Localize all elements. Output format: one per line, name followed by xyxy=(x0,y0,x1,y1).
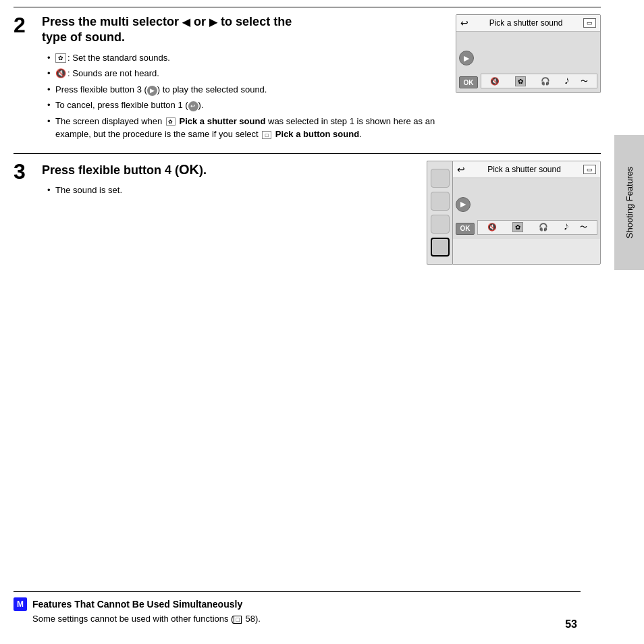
step2-camera-area: ↩ Pick a shutter sound ▭ ▶ OK 🔇 ✿ 🎧 𝅘𝅥𝅮 xyxy=(456,14,601,146)
camera-title-bar-2: ↩ Pick a shutter sound ▭ xyxy=(456,15,600,32)
play-button-3: ▶ xyxy=(456,197,471,212)
step3-title: Press flexible button 4 (OK). xyxy=(42,161,413,178)
bullet-2: 🔇: Sounds are not heard. xyxy=(47,67,456,80)
icon-mute-3: 🔇 xyxy=(487,223,497,232)
bottom-note: M Features That Cannot Be Used Simultane… xyxy=(14,591,581,624)
ok-button-3: OK xyxy=(456,223,475,235)
camera-screen-2: ↩ Pick a shutter sound ▭ ▶ OK 🔇 ✿ 🎧 𝅘𝅥𝅮 xyxy=(456,14,601,93)
main-content: 2 Press the multi selector ◀ or ▶ to sel… xyxy=(0,0,614,644)
icon-mute: 🔇 xyxy=(490,77,500,86)
note-header: M Features That Cannot Be Used Simultane… xyxy=(14,597,581,611)
icon-cam-3: ✿ xyxy=(512,222,523,232)
note-body: Some settings cannot be used with other … xyxy=(32,614,581,624)
step2-section: 2 Press the multi selector ◀ or ▶ to sel… xyxy=(14,7,601,146)
side-btn-2 xyxy=(431,192,450,211)
screen-title-2: Pick a shutter sound xyxy=(489,18,563,28)
step3-content: Press flexible button 4 (OK). The sound … xyxy=(42,161,413,265)
back-btn-3: ↩ xyxy=(457,164,465,175)
screen-title-3: Pick a shutter sound xyxy=(487,165,561,174)
bullet-4: To cancel, press flexible button 1 (↩). xyxy=(47,99,456,112)
note-icon: M xyxy=(14,597,27,611)
icon-cam-active: ✿ xyxy=(515,76,526,86)
page-number: 53 xyxy=(565,618,577,630)
side-btn-1 xyxy=(431,169,450,188)
bullet-1: ✿: Set the standard sounds. xyxy=(47,51,456,65)
battery-3: ▭ xyxy=(583,165,596,174)
icon-headphones: 🎧 xyxy=(541,77,550,86)
bullet-5: The screen displayed when ✿ Pick a shutt… xyxy=(47,115,456,141)
step2-content: Press the multi selector ◀ or ▶ to selec… xyxy=(42,14,456,146)
side-buttons xyxy=(427,161,452,265)
sidebar-label: Shooting Features xyxy=(624,167,635,238)
camera-screen-3: ↩ Pick a shutter sound ▭ ▶ OK 🔇 ✿ 🎧 𝅘𝅥𝅮 xyxy=(452,161,601,265)
cam-body-3: ▶ OK 🔇 ✿ 🎧 𝅘𝅥𝅮 〜 xyxy=(453,178,600,239)
bullet-3: Press flexible button 3 (▶) to play the … xyxy=(47,83,456,97)
book-ref-icon: □ xyxy=(234,616,241,624)
step2-bullets: ✿: Set the standard sounds. 🔇: Sounds ar… xyxy=(47,51,456,141)
icons-row-2: 🔇 ✿ 🎧 𝅘𝅥𝅮 〜 xyxy=(481,74,597,88)
step3-camera-area: ↩ Pick a shutter sound ▭ ▶ OK 🔇 ✿ 🎧 𝅘𝅥𝅮 xyxy=(427,161,601,265)
step3-number: 3 xyxy=(14,161,34,265)
icon-headphones-3: 🎧 xyxy=(539,223,548,232)
page-ref: 58 xyxy=(246,614,255,624)
sidebar-tab: Shooting Features xyxy=(614,135,644,270)
play-button-2: ▶ xyxy=(459,51,474,65)
step2-title: Press the multi selector ◀ or ▶ to selec… xyxy=(42,14,456,46)
bullet-sound-set: The sound is set. xyxy=(47,184,413,197)
side-btn-3 xyxy=(431,215,450,234)
back-btn-2: ↩ xyxy=(460,18,468,28)
icon-wave: 〜 xyxy=(581,76,588,86)
step2-number: 2 xyxy=(14,14,34,146)
ok-button-2: OK xyxy=(459,76,478,88)
step3-section: 3 Press flexible button 4 (OK). The soun… xyxy=(14,153,601,265)
battery-2: ▭ xyxy=(583,18,596,28)
note-title: Features That Cannot Be Used Simultaneou… xyxy=(32,599,242,610)
step3-bullets: The sound is set. xyxy=(47,184,413,197)
icon-wave-3: 〜 xyxy=(580,222,587,232)
cam-body-2: ▶ OK 🔇 ✿ 🎧 𝅘𝅥𝅮 〜 xyxy=(456,32,600,92)
icons-row-3: 🔇 ✿ 🎧 𝅘𝅥𝅮 〜 xyxy=(477,220,597,235)
side-btn-4-active xyxy=(431,238,450,257)
camera-title-bar-3: ↩ Pick a shutter sound ▭ xyxy=(453,161,600,178)
